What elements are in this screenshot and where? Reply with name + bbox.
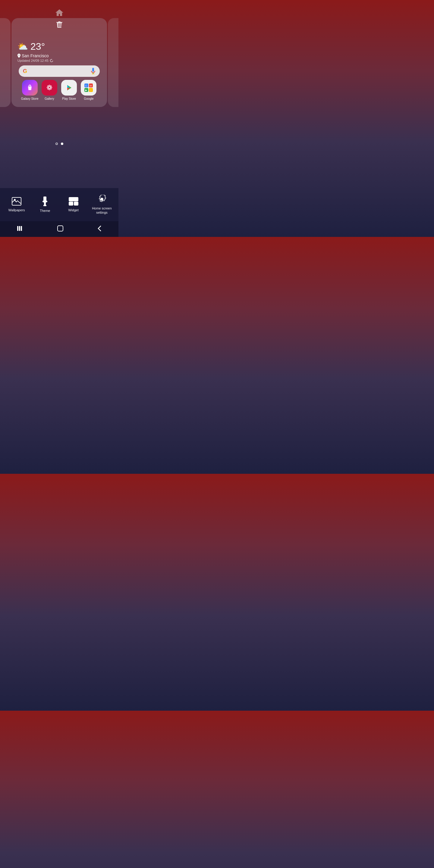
svg-rect-21 xyxy=(69,197,78,201)
page-dots xyxy=(56,143,63,145)
weather-icon: ⛅ xyxy=(18,41,28,52)
svg-rect-24 xyxy=(17,226,19,231)
svg-rect-0 xyxy=(92,68,94,72)
app-gallery[interactable]: ❁ Gallery xyxy=(39,80,59,101)
wallpapers-label: Wallpapers xyxy=(8,208,25,212)
svg-rect-19 xyxy=(42,201,47,202)
google-logo: G xyxy=(23,68,27,74)
google-label: Google xyxy=(84,97,93,101)
home-screen-card: ⛅ 23° San Francisco Updated 24/09 12:45 … xyxy=(11,18,107,107)
page-dot-1[interactable] xyxy=(56,143,58,145)
wallpapers-icon xyxy=(12,197,22,206)
app-galaxy-store[interactable]: Galaxy Store xyxy=(20,80,39,101)
svg-rect-20 xyxy=(43,205,46,206)
toolbar-wallpapers[interactable]: Wallpapers xyxy=(4,197,29,212)
recent-apps-button[interactable] xyxy=(11,224,29,235)
svg-text:□: □ xyxy=(90,89,92,92)
toolbar-theme[interactable]: Theme xyxy=(33,196,57,213)
widget-icon xyxy=(69,197,79,206)
galaxy-store-label: Galaxy Store xyxy=(21,97,38,101)
weather-location: San Francisco xyxy=(18,53,101,58)
galaxy-store-icon xyxy=(22,80,38,96)
widget-label: Widget xyxy=(68,208,79,212)
home-screen-settings-label: Home screen settings xyxy=(90,206,114,215)
toolbar-widget[interactable]: Widget xyxy=(61,197,86,212)
google-icon: C M ▶ □ xyxy=(81,80,96,96)
svg-text:▶: ▶ xyxy=(85,89,87,92)
delete-icon[interactable] xyxy=(11,18,107,32)
play-store-label: Play Store xyxy=(62,97,76,101)
mic-icon[interactable] xyxy=(91,68,96,74)
gallery-icon: ❁ xyxy=(41,80,57,96)
page-dot-2[interactable] xyxy=(61,143,63,145)
bottom-toolbar: Wallpapers Theme Widget Home screen sett… xyxy=(0,188,119,221)
svg-rect-25 xyxy=(19,226,20,231)
home-icon xyxy=(55,8,64,19)
theme-label: Theme xyxy=(40,209,50,213)
theme-icon xyxy=(41,196,49,206)
app-google[interactable]: C M ▶ □ Google xyxy=(79,80,98,101)
svg-rect-22 xyxy=(69,202,73,205)
svg-text:M: M xyxy=(90,84,92,87)
right-panel xyxy=(108,18,119,107)
navigation-bar xyxy=(0,221,119,237)
gallery-flower-icon: ❁ xyxy=(46,84,53,92)
google-search-bar[interactable]: G xyxy=(19,65,100,77)
app-icons-row: Galaxy Store ❁ Gallery xyxy=(18,80,101,105)
svg-rect-27 xyxy=(58,226,63,231)
toolbar-home-screen-settings[interactable]: Home screen settings xyxy=(90,195,114,215)
app-play-store[interactable]: Play Store xyxy=(59,80,79,101)
settings-icon xyxy=(97,195,106,204)
svg-rect-23 xyxy=(74,202,78,205)
svg-text:C: C xyxy=(85,84,87,87)
play-store-icon xyxy=(61,80,77,96)
weather-temperature: 23° xyxy=(30,41,45,52)
weather-updated: Updated 24/09 12:45 xyxy=(18,59,101,62)
gallery-label: Gallery xyxy=(44,97,54,101)
back-button[interactable] xyxy=(92,223,107,236)
svg-rect-26 xyxy=(21,226,22,231)
svg-point-17 xyxy=(14,199,16,201)
left-panel xyxy=(0,18,10,107)
home-button[interactable] xyxy=(51,223,69,236)
weather-widget: ⛅ 23° San Francisco Updated 24/09 12:45 … xyxy=(11,32,107,107)
